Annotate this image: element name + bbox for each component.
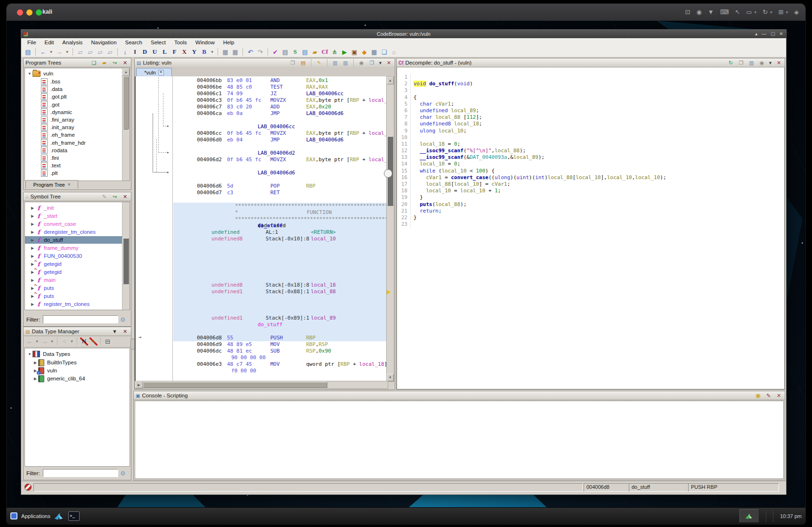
- listing-row[interactable]: [136, 242, 388, 249]
- notes-icon[interactable]: ▤: [301, 48, 309, 56]
- section-item-eh_frame_hdr[interactable]: .eh_frame_hdr: [41, 139, 86, 147]
- decompile-line-9[interactable]: 9 ulong local_10;: [397, 128, 784, 134]
- listing-row-004006cc[interactable]: 004006cc0f b6 45 fcMOVZXEAX,byte ptr [RB…: [136, 130, 388, 137]
- dtm-filter-input[interactable]: [43, 469, 118, 477]
- listing-row[interactable]: [136, 328, 388, 335]
- filter-config-icon[interactable]: ⊙: [121, 470, 125, 477]
- symbol-item-_init[interactable]: ▶f_init: [25, 204, 122, 212]
- decompile-line-20[interactable]: 20 puts(local_88);: [397, 201, 784, 208]
- listing-header[interactable]: ▤ Listing: vuln ❐▤↖▥▥◉❐▾✕: [135, 58, 395, 67]
- associations-dropdown[interactable]: ▾: [70, 338, 74, 346]
- listing-row[interactable]: [136, 308, 388, 315]
- overview-marker[interactable]: [384, 169, 392, 178]
- close-icon[interactable]: ✕: [775, 392, 783, 400]
- eye-icon[interactable]: ◉: [696, 7, 701, 17]
- listing-row[interactable]: f0 00 00: [136, 368, 388, 374]
- symbol-item-frame_dummy[interactable]: ▶fframe_dummy: [25, 244, 122, 252]
- mark-u-icon[interactable]: U: [151, 48, 159, 56]
- display-icon[interactable]: ▭: [746, 7, 752, 17]
- close-icon[interactable]: ✕: [775, 59, 783, 67]
- decompile-line-4[interactable]: 4{: [397, 94, 784, 101]
- export-icon[interactable]: ▥: [747, 59, 755, 67]
- close-button[interactable]: ✕: [780, 31, 783, 37]
- forward-icon[interactable]: →: [55, 48, 63, 56]
- symbol-item-getegid[interactable]: ▶f↷getegid: [25, 260, 122, 268]
- listing-row-004006d6[interactable]: 004006d65dPOPRBP: [136, 183, 388, 189]
- scroll-thumb[interactable]: [123, 238, 129, 284]
- back-icon[interactable]: ←: [39, 48, 47, 56]
- listing-row-004006bb[interactable]: 004006bb83 e0 01ANDEAX,0x1: [136, 77, 388, 84]
- listing-hscrollbar[interactable]: ◀ ▶: [135, 381, 388, 389]
- program-trees-scrollbar[interactable]: ▲: [122, 68, 130, 181]
- symbol-item-main[interactable]: ▶fmain: [25, 276, 122, 284]
- listing-row-004006e3[interactable]: 004006e348 c7 45MOVqword ptr [RBP + loca…: [136, 361, 388, 368]
- save-state-icon[interactable]: ▼: [708, 7, 714, 17]
- close-icon[interactable]: ✕: [121, 328, 129, 336]
- listing-row[interactable]: do_stuff: [136, 321, 388, 328]
- caret-icon[interactable]: ▶: [30, 206, 35, 210]
- forward-icon[interactable]: →: [41, 338, 49, 346]
- refresh-icon[interactable]: ↻: [727, 59, 735, 67]
- scroll-down-button[interactable]: ▼: [387, 374, 394, 381]
- collapse-all-icon[interactable]: ⊟: [104, 338, 112, 346]
- decompile-line-11[interactable]: 11 local_18 = 0;: [397, 141, 784, 148]
- function-graph-icon[interactable]: ⋔: [331, 48, 339, 56]
- menu-tools[interactable]: Tools: [170, 40, 191, 45]
- symbol-tree-scrollbar[interactable]: [122, 202, 130, 310]
- dtm-header[interactable]: ▤ Data Type Manager ▼✕: [24, 327, 131, 336]
- decompile-line-6[interactable]: 6 undefined local_89;: [397, 107, 784, 114]
- dtm-item-BuiltInTypes[interactable]: ▶BuiltInTypes: [32, 359, 77, 366]
- applications-icon[interactable]: [10, 512, 17, 519]
- caret-icon[interactable]: ▶: [32, 361, 38, 365]
- edit-icon[interactable]: ✎: [100, 193, 108, 201]
- associations-icon[interactable]: ⁖: [60, 338, 68, 346]
- listing-row[interactable]: [136, 269, 388, 275]
- table-icon[interactable]: ▦: [370, 48, 378, 56]
- tree-root-vuln[interactable]: ▼vuln: [27, 70, 53, 77]
- reload-dropdown-icon[interactable]: ▾: [770, 7, 772, 17]
- filter-arrays-icon[interactable]: N: [80, 338, 88, 346]
- caret-icon[interactable]: ▼: [27, 72, 32, 76]
- listing-row[interactable]: ****************************************…: [136, 216, 388, 222]
- listing-row[interactable]: undefined8Stack[-0x18]:8local_18: [136, 282, 388, 288]
- decompile-line-10[interactable]: 10: [397, 134, 784, 141]
- listing-row[interactable]: [136, 255, 388, 262]
- decompile-line-13[interactable]: 13 __isoc99_scanf(&DAT_0040093a,&local_8…: [397, 154, 784, 161]
- diff-view-icon[interactable]: ▥: [341, 59, 349, 67]
- run-icon[interactable]: ▶: [341, 48, 349, 56]
- dtm-content[interactable]: ▼Data Types▶BuiltInTypes▶✓vuln▶generic_c…: [24, 348, 130, 467]
- listing-row[interactable]: LAB_004006d2: [136, 150, 388, 156]
- decompile-content[interactable]: 12void do_stuff(void)34{5 char cVar1;6 u…: [397, 67, 785, 389]
- decompile-line-16[interactable]: 16 cVar1 = convert_case((ulong)(uint)(in…: [397, 174, 784, 181]
- listing-row[interactable]: LAB_004006cc: [136, 124, 388, 130]
- clipboard-dropdown-icon[interactable]: ▾: [786, 7, 788, 17]
- menu-analysis[interactable]: Analysis: [58, 40, 87, 45]
- console-output[interactable]: [135, 401, 784, 479]
- listing-row-004006d9[interactable]: 004006d948 89 e5MOVRBP,RSP: [136, 341, 388, 348]
- filter-pointers-icon[interactable]: ↖: [89, 338, 97, 346]
- caret-icon[interactable]: ▶: [32, 377, 38, 381]
- symbol-item-getegid[interactable]: ▶f↷getegid: [25, 268, 122, 276]
- menu-edit[interactable]: Edit: [41, 40, 58, 45]
- decompile-line-18[interactable]: 18 local_10 = local_10 + 1;: [397, 188, 784, 194]
- decompile-line-21[interactable]: 21 return;: [397, 208, 784, 214]
- restore-button[interactable]: —: [762, 31, 766, 37]
- listing-row[interactable]: [136, 302, 388, 308]
- listing-row-004006c7[interactable]: 004006c783 c0 20ADDEAX,0x20: [136, 104, 388, 110]
- vm-minimize-button[interactable]: [26, 9, 32, 16]
- vm-zoom-button[interactable]: [36, 9, 42, 16]
- listing-row-004006dc[interactable]: 004006dc48 81 ecSUBRSP,0x90: [136, 348, 388, 354]
- console-header[interactable]: ▣ Console - Scripting ▣✎✕: [134, 391, 785, 400]
- listing-row[interactable]: * FUNCTION: [136, 209, 388, 216]
- union-editor-icon[interactable]: ▦: [231, 48, 239, 56]
- symbol-item-convert_case[interactable]: ▶fconvert_case: [25, 220, 122, 228]
- listing-dropdown[interactable]: ▾: [378, 59, 382, 67]
- listing-row[interactable]: [136, 143, 388, 150]
- menu-help[interactable]: Help: [219, 40, 239, 45]
- listing-row[interactable]: undefined1Stack[-0x88]:1local_88: [136, 288, 388, 295]
- decompile-dropdown[interactable]: ▾: [768, 59, 772, 67]
- undo-icon[interactable]: ↶: [246, 48, 254, 56]
- applications-menu[interactable]: Applications: [21, 513, 50, 519]
- goto-icon[interactable]: ↪: [111, 59, 119, 67]
- section-item-bss[interactable]: .bss: [41, 78, 60, 85]
